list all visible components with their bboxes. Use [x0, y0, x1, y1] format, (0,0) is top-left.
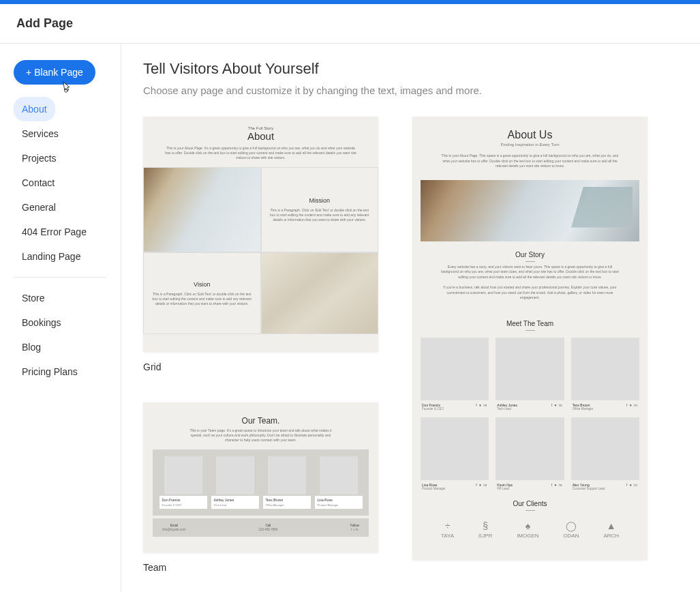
avatar	[421, 417, 489, 480]
client-logo: ♠IMOGEN	[517, 520, 538, 539]
sidebar-item-store[interactable]: Store	[14, 286, 107, 310]
team-member-card: Lisa Rose Product Manager	[315, 456, 363, 509]
member-role: Tech Lead	[497, 407, 517, 411]
grid-mission-body: This is a Paragraph. Click on 'Edit Text…	[269, 208, 371, 222]
social-icons: f ♥ in	[551, 483, 563, 487]
divider	[526, 261, 535, 262]
footer-social-icons: f ⌾ in	[351, 528, 358, 531]
aboutus-story-title: Our Story	[440, 251, 620, 258]
aboutus-hero-image	[421, 180, 639, 241]
sidebar-item-projects[interactable]: Projects	[14, 146, 107, 171]
member-name: Lisa Rose	[315, 496, 363, 503]
member-role: HR Lead	[497, 487, 513, 490]
template-grid-label: Grid	[143, 361, 378, 372]
grid-image-1	[143, 167, 261, 252]
grid-title: About	[164, 130, 358, 142]
team-member-card: Tess Brown Office Manager	[263, 456, 311, 509]
team-member-card: Lisa RoseProduct Managerf ♥ in	[421, 417, 489, 490]
team-member-card: Don FrancisFounder & CEOf ♥ in	[421, 338, 489, 411]
blank-page-label: Blank Page	[34, 67, 83, 78]
template-team-label: Team	[143, 562, 378, 573]
sidebar-item-contact[interactable]: Contact	[14, 171, 107, 195]
footer-call-value: 123-456-7890	[258, 528, 277, 531]
grid-mission-title: Mission	[309, 197, 330, 204]
social-icons: f ♥ in	[626, 403, 638, 407]
clients-title: Our Clients	[429, 500, 631, 507]
sidebar-item-404[interactable]: 404 Error Page	[14, 220, 107, 244]
client-logo: ◯ODAN	[563, 520, 579, 539]
social-icons: f ♥ in	[626, 483, 638, 487]
aboutus-title: About Us	[440, 129, 620, 141]
member-name: Ashley Jones	[497, 403, 517, 407]
page-title: Add Page	[0, 4, 700, 44]
member-role: Founder & CEO	[422, 407, 444, 411]
avatar	[216, 456, 254, 494]
member-role: Office Manager	[573, 407, 594, 411]
team-member-card: Tess BrownOffice Managerf ♥ in	[571, 338, 639, 411]
team-row: Don Francis Founder & CEO Ashley Jones T…	[153, 449, 369, 516]
team-footer: Emailinfo@mysite.com Call123-456-7890 Fo…	[153, 518, 369, 537]
grid-vision-cell: Vision This is a Paragraph. Click on 'Ed…	[143, 252, 261, 334]
avatar	[421, 338, 489, 400]
sidebar: + Blank Page About Services Projects Con…	[0, 44, 121, 592]
footer-call-label: Call	[258, 524, 277, 527]
team-member-card: Ashley JonesTech Leadf ♥ in	[496, 338, 564, 411]
social-icons: f ♥ in	[476, 403, 487, 407]
avatar	[320, 456, 358, 494]
social-icons: f ♥ in	[476, 483, 487, 487]
divider	[526, 510, 535, 511]
client-logo: ÷TAYA	[441, 520, 454, 539]
grid-mission-cell: Mission This is a Paragraph. Click on 'E…	[261, 167, 379, 252]
sidebar-item-blog[interactable]: Blog	[14, 335, 107, 359]
aboutus-body: This is your About Page. This space is a…	[440, 153, 620, 169]
sidebar-item-bookings[interactable]: Bookings	[14, 310, 107, 335]
avatar	[571, 338, 639, 400]
team-body: This is your Team page. It's a great spa…	[187, 428, 335, 443]
sidebar-item-pricing[interactable]: Pricing Plans	[14, 359, 107, 384]
template-aboutus[interactable]: About Us Finding Inspiration in Every Tu…	[412, 117, 648, 560]
footer-email-label: Email	[162, 524, 186, 527]
avatar	[496, 417, 564, 480]
template-team[interactable]: Our Team. This is your Team page. It's a…	[143, 402, 378, 552]
member-name: Ashley Jones	[211, 496, 259, 503]
sidebar-item-services[interactable]: Services	[14, 121, 107, 146]
aboutus-subtitle: Finding Inspiration in Every Turn	[440, 143, 620, 147]
member-role: Office Manager	[263, 503, 311, 509]
main-panel: Tell Visitors About Yourself Choose any …	[121, 44, 700, 592]
member-name: Kevin Nye	[497, 483, 513, 487]
main-heading: Tell Visitors About Yourself	[143, 60, 678, 78]
avatar	[164, 456, 202, 494]
member-role: Founder & CEO	[159, 503, 207, 509]
grid-body: This is your About Page. It's a great op…	[164, 146, 358, 160]
footer-email-value: info@mysite.com	[162, 528, 186, 531]
sidebar-item-general[interactable]: General	[14, 195, 107, 220]
avatar	[571, 417, 639, 480]
sidebar-item-landing[interactable]: Landing Page	[14, 244, 107, 269]
svg-point-0	[65, 89, 68, 93]
aboutus-story-body2: If you're a business, talk about how you…	[440, 285, 620, 301]
avatar	[268, 456, 306, 494]
template-grid[interactable]: The Full Story About This is your About …	[143, 117, 378, 352]
aboutus-story-body1: Every website has a story, and your visi…	[440, 265, 620, 280]
main-subheading: Choose any page and customize it by chan…	[143, 85, 678, 96]
team-member-card: Ashley Jones Tech Lead	[211, 456, 259, 509]
team-member-card: Kevin NyeHR Leadf ♥ in	[496, 417, 564, 490]
grid-vision-body: This is a Paragraph. Click on 'Edit Text…	[151, 292, 254, 306]
plus-icon: +	[26, 67, 31, 78]
avatar	[496, 338, 564, 400]
category-menu: About Services Projects Contact General …	[14, 97, 107, 384]
member-name: Don Francis	[159, 496, 207, 503]
blank-page-button[interactable]: + Blank Page	[14, 60, 95, 85]
divider	[526, 330, 535, 331]
team-member-card: Alex YoungCustomer Support Leadf ♥ in	[571, 417, 639, 490]
member-name: Tess Brown	[573, 403, 594, 407]
footer-follow-label: Follow	[350, 524, 359, 527]
client-logo: ▲ARCH	[603, 520, 619, 539]
team-title: Our Team.	[153, 416, 369, 426]
aboutus-team-title: Meet The Team	[440, 320, 620, 327]
grid-vision-title: Vision	[194, 281, 210, 288]
menu-divider	[14, 277, 107, 278]
member-role: Product Manager	[422, 487, 446, 490]
sidebar-item-about[interactable]: About	[14, 97, 55, 121]
member-role: Product Manager	[315, 503, 363, 509]
